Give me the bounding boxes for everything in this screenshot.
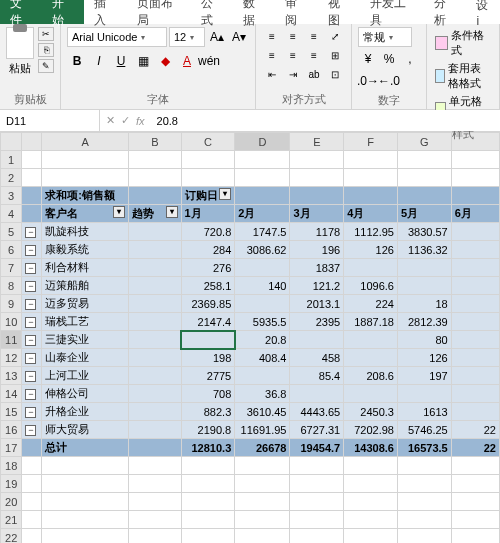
select-all-corner[interactable] [1, 133, 22, 151]
cell[interactable]: 1178 [290, 223, 344, 241]
cell[interactable] [129, 223, 181, 241]
cell[interactable]: 利合材料 [42, 259, 129, 277]
cell[interactable]: 258.1 [181, 277, 235, 295]
cell[interactable]: 伸格公司 [42, 385, 129, 403]
cell[interactable]: 1887.18 [344, 313, 398, 331]
cell[interactable] [290, 529, 344, 544]
increase-decimal-button[interactable]: .0→ [358, 71, 378, 91]
cell[interactable] [451, 313, 499, 331]
cell[interactable] [129, 151, 181, 169]
cell[interactable] [451, 367, 499, 385]
outline-cell[interactable]: − [22, 349, 42, 367]
cell[interactable] [451, 223, 499, 241]
outline-cell[interactable]: − [22, 241, 42, 259]
cell[interactable] [181, 169, 235, 187]
fill-color-button[interactable]: ◆ [155, 51, 175, 71]
cell[interactable]: 2775 [181, 367, 235, 385]
cell[interactable] [129, 403, 181, 421]
cell[interactable] [42, 169, 129, 187]
cell[interactable]: 凯旋科技 [42, 223, 129, 241]
cell[interactable]: 121.2 [290, 277, 344, 295]
cell[interactable]: 284 [181, 241, 235, 259]
cell[interactable]: 140 [235, 277, 290, 295]
cell[interactable] [344, 457, 398, 475]
cell[interactable]: 80 [397, 331, 451, 349]
tab-design[interactable]: 设i [466, 0, 500, 24]
cell[interactable] [451, 349, 499, 367]
cell[interactable] [397, 259, 451, 277]
conditional-format-button[interactable]: 条件格式 [433, 27, 493, 59]
outline-cell[interactable] [22, 205, 42, 223]
cell[interactable]: 1747.5 [235, 223, 290, 241]
outline-cell[interactable]: − [22, 277, 42, 295]
cell[interactable]: 208.6 [344, 367, 398, 385]
cell[interactable] [290, 475, 344, 493]
font-name-combo[interactable]: Arial Unicode▾ [67, 27, 167, 47]
cell[interactable] [451, 187, 499, 205]
cell[interactable]: 22 [451, 439, 499, 457]
cell[interactable] [290, 385, 344, 403]
cell[interactable]: 85.4 [290, 367, 344, 385]
cell[interactable]: 708 [181, 385, 235, 403]
collapse-icon[interactable]: − [25, 263, 36, 274]
format-painter-button[interactable]: ✎ [38, 59, 54, 73]
cell[interactable] [344, 187, 398, 205]
cell[interactable]: 2450.3 [344, 403, 398, 421]
outline-cell[interactable] [22, 151, 42, 169]
outline-cell[interactable] [22, 457, 42, 475]
orientation-button[interactable]: ⤢ [325, 27, 345, 45]
decrease-font-button[interactable]: A▾ [229, 27, 249, 47]
cell[interactable]: 2395 [290, 313, 344, 331]
cell[interactable]: 2月 [235, 205, 290, 223]
cell[interactable]: 22 [451, 421, 499, 439]
cell[interactable]: 升格企业 [42, 403, 129, 421]
row-header-3[interactable]: 3 [1, 187, 22, 205]
outline-cell[interactable]: − [22, 403, 42, 421]
tab-home[interactable]: 开始 [42, 0, 84, 24]
cell[interactable] [397, 475, 451, 493]
cell[interactable] [451, 331, 499, 349]
cell[interactable]: 师大贸易 [42, 421, 129, 439]
cell[interactable]: 总计 [42, 439, 129, 457]
name-box[interactable]: D11 [0, 110, 100, 131]
cell[interactable]: 7202.98 [344, 421, 398, 439]
cell[interactable] [451, 277, 499, 295]
cell[interactable] [451, 529, 499, 544]
align-bottom-button[interactable]: ≡ [304, 27, 324, 45]
cell[interactable] [129, 475, 181, 493]
cell[interactable] [129, 169, 181, 187]
collapse-icon[interactable]: − [25, 299, 36, 310]
row-header-18[interactable]: 18 [1, 457, 22, 475]
cell[interactable] [397, 511, 451, 529]
currency-button[interactable]: ¥ [358, 49, 378, 69]
row-header-20[interactable]: 20 [1, 493, 22, 511]
cell[interactable] [290, 169, 344, 187]
col-header-E[interactable]: E [290, 133, 344, 151]
cell[interactable] [129, 259, 181, 277]
cell[interactable]: 1837 [290, 259, 344, 277]
cell[interactable]: 126 [397, 349, 451, 367]
cell[interactable]: 3610.45 [235, 403, 290, 421]
cell[interactable]: 720.8 [181, 223, 235, 241]
cell[interactable]: 趋势▾ [129, 205, 181, 223]
cell[interactable]: 3月 [290, 205, 344, 223]
cell[interactable]: 1112.95 [344, 223, 398, 241]
cell[interactable] [397, 169, 451, 187]
cell[interactable] [290, 511, 344, 529]
align-left-button[interactable]: ≡ [262, 46, 282, 64]
cell[interactable]: 2013.1 [290, 295, 344, 313]
italic-button[interactable]: I [89, 51, 109, 71]
cell[interactable]: 上河工业 [42, 367, 129, 385]
outline-cell[interactable]: − [22, 313, 42, 331]
cell[interactable]: 196 [290, 241, 344, 259]
cell[interactable] [344, 529, 398, 544]
col-header-D[interactable]: D [235, 133, 290, 151]
cell[interactable] [129, 277, 181, 295]
row-header-15[interactable]: 15 [1, 403, 22, 421]
outline-cell[interactable]: − [22, 295, 42, 313]
cell[interactable] [129, 367, 181, 385]
cell[interactable]: 三捷实业 [42, 331, 129, 349]
cell[interactable]: 6727.31 [290, 421, 344, 439]
cell[interactable] [451, 403, 499, 421]
tab-data[interactable]: 数据 [233, 0, 275, 24]
